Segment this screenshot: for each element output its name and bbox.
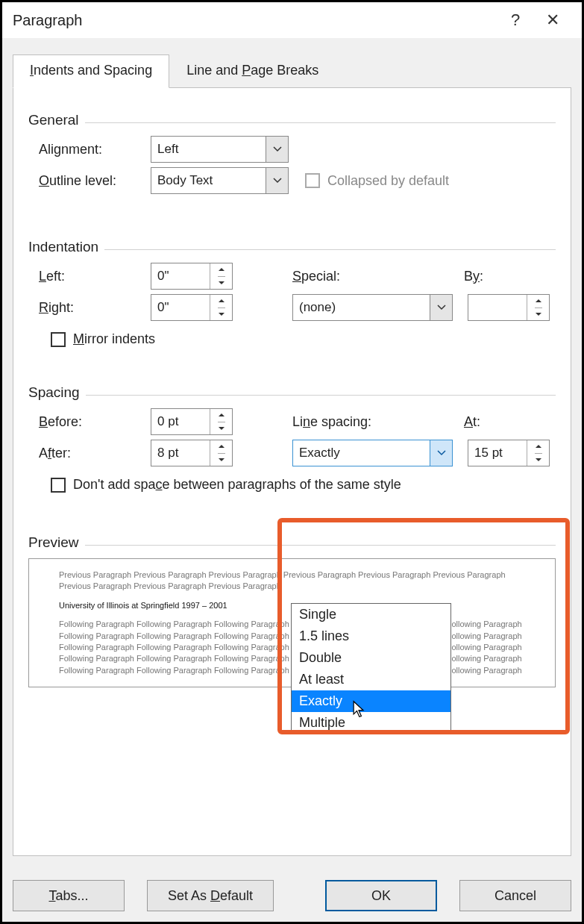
indent-left-spinner[interactable]: 0" bbox=[151, 263, 233, 290]
indent-right-spinner[interactable]: 0" bbox=[151, 294, 233, 321]
checkbox-box bbox=[51, 478, 66, 493]
by-label: By: bbox=[464, 269, 483, 284]
tab-indents-spacing[interactable]: Indents and Spacing bbox=[13, 54, 169, 88]
by-spinner[interactable] bbox=[468, 294, 550, 321]
spinner-down[interactable] bbox=[218, 308, 225, 321]
line-spacing-dropdown[interactable]: Single1.5 linesDoubleAt leastExactlyMult… bbox=[291, 603, 451, 734]
dont-add-space-label: Don't add space between paragraphs of th… bbox=[73, 477, 401, 493]
spinner-buttons bbox=[210, 295, 232, 320]
at-spinner[interactable]: 15 pt bbox=[468, 440, 550, 466]
alignment-value: Left bbox=[151, 137, 266, 162]
heading-preview: Preview bbox=[28, 534, 79, 551]
spinner-buttons bbox=[210, 440, 232, 466]
indent-right-value: 0" bbox=[151, 295, 210, 320]
divider bbox=[104, 249, 556, 250]
divider bbox=[85, 122, 556, 123]
special-combo[interactable]: (none) bbox=[292, 294, 453, 321]
section-indentation: Indentation bbox=[28, 239, 556, 255]
collapsed-checkbox: Collapsed by default bbox=[305, 173, 449, 189]
cancel-button[interactable]: Cancel bbox=[459, 880, 571, 911]
after-spinner[interactable]: 8 pt bbox=[151, 440, 233, 466]
mirror-indents-label: Mirror indents bbox=[73, 331, 155, 347]
dialog-body: Indents and Spacing Line and Page Breaks… bbox=[2, 38, 582, 922]
line-spacing-option[interactable]: 1.5 lines bbox=[292, 625, 450, 647]
outline-level-combo[interactable]: Body Text bbox=[151, 167, 289, 194]
chevron-down-icon[interactable] bbox=[430, 295, 452, 320]
spinner-buttons bbox=[210, 409, 232, 434]
at-label: At: bbox=[464, 414, 480, 430]
dialog-footer: Tabs... Set As Default OK Cancel bbox=[13, 880, 571, 911]
divider bbox=[86, 395, 556, 396]
mirror-indents-checkbox[interactable]: Mirror indents bbox=[51, 331, 155, 347]
chevron-down-icon[interactable] bbox=[430, 440, 452, 466]
spinner-buttons bbox=[527, 295, 549, 320]
checkbox-box bbox=[51, 332, 66, 347]
spinner-buttons bbox=[210, 263, 232, 289]
help-button[interactable]: ? bbox=[497, 10, 534, 30]
preview-previous: Previous Paragraph Previous Paragraph Pr… bbox=[59, 569, 525, 593]
set-default-button[interactable]: Set As Default bbox=[147, 880, 274, 911]
line-spacing-option[interactable]: Double bbox=[292, 647, 450, 669]
chevron-down-icon[interactable] bbox=[266, 168, 288, 193]
heading-indentation: Indentation bbox=[28, 239, 98, 255]
tabs-button[interactable]: Tabs... bbox=[13, 880, 125, 911]
heading-spacing: Spacing bbox=[28, 384, 80, 401]
spinner-up[interactable] bbox=[218, 295, 225, 308]
dont-add-space-checkbox[interactable]: Don't add space between paragraphs of th… bbox=[51, 477, 401, 493]
before-value: 0 pt bbox=[151, 409, 210, 434]
spinner-up[interactable] bbox=[218, 409, 225, 422]
indent-right-label: Right: bbox=[39, 300, 151, 316]
titlebar: Paragraph ? ✕ bbox=[2, 2, 582, 38]
special-label: Special: bbox=[292, 269, 464, 284]
line-spacing-option[interactable]: Single bbox=[292, 604, 450, 625]
line-spacing-combo[interactable]: Exactly bbox=[292, 440, 453, 466]
section-general: General bbox=[28, 112, 556, 128]
spinner-up[interactable] bbox=[218, 263, 225, 277]
after-value: 8 pt bbox=[151, 440, 210, 466]
spinner-down[interactable] bbox=[535, 308, 542, 321]
tab-panel: General Alignment: Left Outline level: B… bbox=[13, 87, 571, 856]
close-button[interactable]: ✕ bbox=[534, 10, 571, 30]
spinner-down[interactable] bbox=[218, 277, 225, 290]
tab-strip: Indents and Spacing Line and Page Breaks bbox=[13, 54, 571, 88]
at-value: 15 pt bbox=[468, 440, 527, 466]
spinner-up[interactable] bbox=[535, 440, 542, 454]
spinner-down[interactable] bbox=[218, 454, 225, 466]
divider bbox=[85, 545, 556, 546]
ok-button[interactable]: OK bbox=[325, 880, 437, 911]
before-spinner[interactable]: 0 pt bbox=[151, 408, 233, 435]
indent-left-label: Left: bbox=[39, 269, 151, 284]
dialog-title: Paragraph bbox=[13, 12, 497, 29]
before-label: Before: bbox=[39, 414, 151, 430]
special-value: (none) bbox=[293, 295, 430, 320]
spinner-up[interactable] bbox=[218, 440, 225, 454]
alignment-label: Alignment: bbox=[39, 142, 151, 157]
line-spacing-option[interactable]: Multiple bbox=[292, 712, 450, 734]
spinner-up[interactable] bbox=[535, 295, 542, 308]
line-spacing-option[interactable]: Exactly bbox=[292, 690, 450, 712]
outline-level-label: Outline level: bbox=[39, 173, 151, 189]
after-label: After: bbox=[39, 446, 151, 461]
section-spacing: Spacing bbox=[28, 384, 556, 401]
spinner-down[interactable] bbox=[218, 422, 225, 435]
tab-line-page-breaks[interactable]: Line and Page Breaks bbox=[169, 54, 336, 88]
section-preview: Preview bbox=[28, 534, 556, 551]
collapsed-label: Collapsed by default bbox=[327, 173, 449, 189]
line-spacing-value: Exactly bbox=[293, 440, 430, 466]
by-value bbox=[468, 295, 527, 320]
heading-general: General bbox=[28, 112, 79, 128]
chevron-down-icon[interactable] bbox=[266, 137, 288, 162]
line-spacing-label: Line spacing: bbox=[292, 414, 464, 430]
spinner-down[interactable] bbox=[535, 454, 542, 466]
alignment-combo[interactable]: Left bbox=[151, 136, 289, 163]
paragraph-dialog: Paragraph ? ✕ Indents and Spacing Line a… bbox=[0, 0, 584, 924]
line-spacing-option[interactable]: At least bbox=[292, 669, 450, 690]
indent-left-value: 0" bbox=[151, 263, 210, 289]
checkbox-box bbox=[305, 173, 320, 188]
outline-level-value: Body Text bbox=[151, 168, 266, 193]
spinner-buttons bbox=[527, 440, 549, 466]
